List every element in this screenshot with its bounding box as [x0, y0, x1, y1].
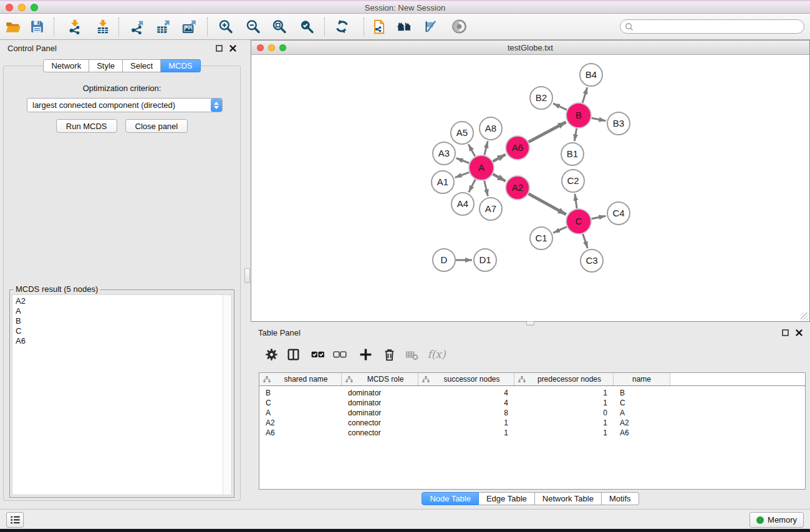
mcds-result-list[interactable]: A2ABCA6 — [12, 294, 232, 495]
cell-name[interactable]: A — [614, 409, 670, 417]
close-table-panel-icon[interactable] — [796, 329, 803, 336]
graph-node-B4[interactable] — [580, 64, 602, 86]
graph-edge-B-B4[interactable] — [582, 87, 587, 103]
cell-shared-name[interactable]: C — [259, 399, 342, 407]
cell-shared-name[interactable]: A — [259, 409, 342, 417]
tab-network-table[interactable]: Network Table — [535, 492, 602, 505]
graph-edge-A-A7[interactable] — [485, 180, 488, 196]
column-header-shared-name[interactable]: shared name — [259, 373, 342, 385]
graph-node-C1[interactable] — [530, 227, 552, 249]
graph-edge-A-A6[interactable] — [493, 155, 505, 162]
zoom-selected-icon[interactable] — [297, 17, 316, 36]
graph-node-D1[interactable] — [474, 249, 496, 271]
table-row-C[interactable]: Cdominator41C — [259, 398, 805, 408]
column-header-MCDS-role[interactable]: MCDS role — [342, 373, 418, 385]
graph-node-C[interactable] — [566, 209, 591, 234]
horizontal-splitter-grip[interactable] — [526, 321, 534, 326]
tab-mcds[interactable]: MCDS — [161, 59, 200, 72]
cell-name[interactable]: C — [614, 399, 670, 407]
graph-edge-A2-C[interactable] — [529, 194, 566, 215]
column-header-name[interactable]: name — [614, 373, 670, 385]
network-canvas[interactable]: B4B2BB3B1A5A8A6A3AA1A2C2A4A7CC4C1C3DD1 — [251, 55, 809, 321]
float-panel-icon[interactable] — [216, 45, 223, 52]
delete-table-icon[interactable] — [402, 345, 421, 364]
window-resize-handle[interactable] — [801, 312, 809, 321]
graph-node-A4[interactable] — [451, 193, 474, 215]
cell-MCDS-role[interactable]: connector — [342, 428, 418, 437]
graph-node-A2[interactable] — [506, 176, 529, 200]
export-image-icon[interactable] — [180, 17, 199, 36]
hide-annotations-icon[interactable] — [421, 17, 440, 36]
tab-motifs[interactable]: Motifs — [602, 492, 639, 505]
graph-node-D[interactable] — [433, 249, 455, 271]
graph-edge-A-A2[interactable] — [493, 174, 505, 181]
criterion-select[interactable]: largest connected component (directed) — [27, 98, 223, 112]
search-input[interactable] — [634, 20, 804, 33]
memory-button[interactable]: Memory — [750, 512, 804, 528]
create-column-plus-icon[interactable] — [356, 345, 375, 364]
network-zoom-button[interactable] — [279, 44, 286, 51]
show-panels-list-button[interactable] — [6, 512, 24, 528]
cell-MCDS-role[interactable]: dominator — [342, 399, 418, 407]
graph-node-B[interactable] — [566, 103, 591, 128]
open-session-file-icon[interactable] — [369, 17, 388, 36]
graph-node-A3[interactable] — [433, 142, 455, 165]
table-row-A6[interactable]: A6connector11A6 — [259, 428, 805, 438]
result-item-A2[interactable]: A2 — [16, 296, 231, 306]
network-close-button[interactable] — [257, 44, 264, 51]
table-row-A[interactable]: Adominator80A — [259, 408, 805, 418]
graph-edge-A-A5[interactable] — [468, 144, 475, 156]
graph-node-B1[interactable] — [561, 143, 584, 165]
delete-columns-trash-icon[interactable] — [380, 345, 398, 364]
graph-edge-A-A1[interactable] — [455, 172, 470, 177]
close-panel-icon[interactable] — [229, 45, 236, 52]
zoom-in-icon[interactable] — [216, 17, 235, 36]
run-mcds-button[interactable]: Run MCDS — [56, 119, 117, 133]
export-network-icon[interactable] — [128, 17, 147, 36]
cell-successor-nodes[interactable]: 4 — [418, 399, 514, 407]
result-item-A6[interactable]: A6 — [16, 336, 231, 346]
graph-node-B2[interactable] — [530, 87, 552, 109]
show-columns-icon[interactable] — [284, 345, 302, 364]
table-row-B[interactable]: Bdominator41B — [259, 388, 805, 398]
cell-successor-nodes[interactable]: 1 — [418, 428, 514, 437]
cell-name[interactable]: A2 — [614, 418, 670, 427]
function-builder-fx-icon[interactable]: f(x) — [425, 345, 448, 364]
tab-select[interactable]: Select — [123, 59, 161, 72]
cell-predecessor-nodes[interactable]: 1 — [514, 418, 614, 427]
graph-edge-B-B1[interactable] — [574, 128, 576, 142]
network-minimize-button[interactable] — [268, 44, 275, 51]
cell-successor-nodes[interactable]: 4 — [418, 389, 514, 397]
result-item-C[interactable]: C — [16, 326, 231, 336]
cell-predecessor-nodes[interactable]: 1 — [514, 428, 614, 437]
graph-node-A6[interactable] — [506, 136, 529, 160]
import-network-icon[interactable] — [65, 17, 84, 36]
zoom-fit-icon[interactable] — [270, 17, 289, 36]
graph-edge-C-C1[interactable] — [553, 227, 567, 233]
result-scrollbar[interactable] — [223, 295, 231, 495]
graph-node-C4[interactable] — [607, 202, 630, 225]
graph-edge-A-A8[interactable] — [485, 141, 488, 155]
result-item-B[interactable]: B — [16, 316, 231, 326]
graph-edge-C-C2[interactable] — [575, 194, 577, 208]
cell-name[interactable]: A6 — [614, 428, 670, 437]
select-all-columns-icon[interactable] — [309, 345, 327, 364]
cell-MCDS-role[interactable]: dominator — [342, 389, 418, 397]
graph-node-B3[interactable] — [607, 112, 630, 135]
cell-successor-nodes[interactable]: 1 — [418, 418, 514, 427]
graph-node-A7[interactable] — [480, 198, 502, 220]
export-table-icon[interactable] — [154, 17, 173, 36]
graph-edge-C-C4[interactable] — [592, 216, 606, 219]
cell-predecessor-nodes[interactable]: 1 — [514, 399, 614, 407]
save-session-icon[interactable] — [27, 17, 46, 36]
graph-node-A5[interactable] — [451, 122, 473, 144]
zoom-out-icon[interactable] — [244, 17, 263, 36]
result-item-A[interactable]: A — [16, 306, 231, 316]
graph-edge-A-A3[interactable] — [456, 158, 470, 163]
graph-node-A1[interactable] — [432, 171, 454, 193]
cell-MCDS-role[interactable]: connector — [342, 418, 418, 427]
refresh-layout-icon[interactable] — [333, 17, 352, 36]
cell-predecessor-nodes[interactable]: 0 — [514, 409, 614, 417]
table-row-A2[interactable]: A2connector11A2 — [259, 418, 805, 428]
cell-predecessor-nodes[interactable]: 1 — [514, 389, 614, 397]
